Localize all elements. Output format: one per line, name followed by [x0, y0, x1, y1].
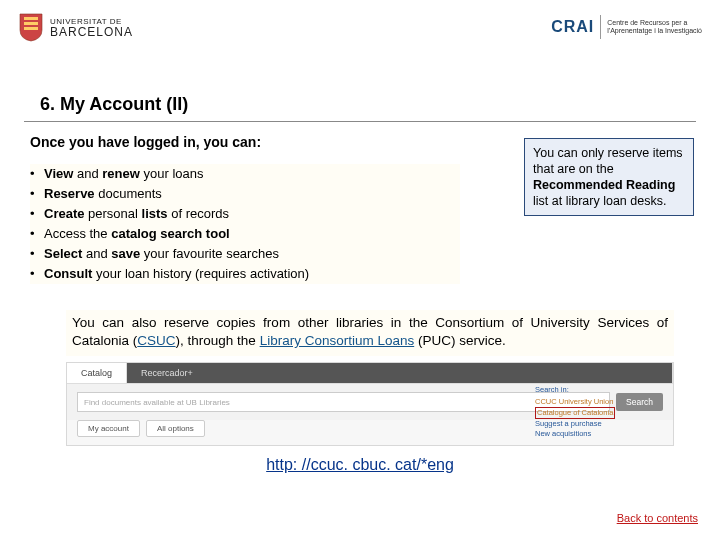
back-to-contents-link[interactable]: Back to contents: [617, 512, 698, 524]
svg-rect-1: [24, 22, 38, 25]
ub-logo-bottom: BARCELONA: [50, 27, 133, 38]
ub-logo: UNIVERSITAT DE BARCELONA: [18, 12, 133, 42]
ub-shield-icon: [18, 12, 44, 42]
separator: [600, 15, 601, 39]
right-item-2[interactable]: Suggest a purchase: [535, 419, 665, 429]
bullet-item: •Create personal lists of records: [30, 204, 452, 224]
title-rule: [24, 121, 696, 122]
note-bold: Recommended Reading: [533, 178, 675, 192]
consortium-paragraph: You can also reserve copies from other l…: [66, 310, 674, 356]
catalog-widget: Catalog Recercador+ Find documents avail…: [66, 362, 674, 446]
slide-title: 6. My Account (II): [40, 94, 720, 115]
tab-recercador[interactable]: Recercador+: [127, 363, 673, 384]
note-text-1: You can only reserve items that are on t…: [533, 146, 683, 176]
bullet-dot-icon: •: [30, 224, 44, 244]
search-in-panel: Search in: CCUC University Union Catalog…: [535, 385, 665, 439]
bullet-dot-icon: •: [30, 164, 44, 184]
bullet-dot-icon: •: [30, 204, 44, 224]
csuc-link[interactable]: CSUC: [137, 333, 175, 348]
crai-desc-2: l'Aprenentatge i la Investigació: [607, 27, 702, 35]
crai-desc-1: Centre de Recursos per a: [607, 19, 702, 27]
search-in-header: Search in:: [535, 385, 665, 395]
bullet-item: •Consult your loan history (requires act…: [30, 264, 452, 284]
crai-logo: CRAI Centre de Recursos per a l'Aprenent…: [551, 15, 702, 39]
bullet-dot-icon: •: [30, 184, 44, 204]
bullet-dot-icon: •: [30, 244, 44, 264]
svg-rect-2: [24, 27, 38, 30]
bullet-text: View and renew your loans: [44, 164, 203, 184]
bullet-dot-icon: •: [30, 264, 44, 284]
bullet-text: Reserve documents: [44, 184, 162, 204]
right-item-0[interactable]: CCUC University Union: [535, 397, 665, 407]
para-t2: ), through the: [176, 333, 260, 348]
search-input[interactable]: Find documents available at UB Libraries: [77, 392, 610, 412]
all-options-button[interactable]: All options: [146, 420, 205, 437]
bullet-text: Select and save your favourite searches: [44, 244, 279, 264]
crai-text: CRAI: [551, 18, 594, 36]
header: UNIVERSITAT DE BARCELONA CRAI Centre de …: [0, 0, 720, 50]
tab-catalog[interactable]: Catalog: [67, 363, 127, 384]
bullet-text: Create personal lists of records: [44, 204, 229, 224]
ccuc-url-row: http: //ccuc. cbuc. cat/*eng: [0, 456, 720, 474]
bullet-text: Access the catalog search tool: [44, 224, 230, 244]
library-consortium-loans-link[interactable]: Library Consortium Loans: [260, 333, 415, 348]
bullet-item: •Reserve documents: [30, 184, 452, 204]
my-account-button[interactable]: My account: [77, 420, 140, 437]
bullet-item: •Select and save your favourite searches: [30, 244, 452, 264]
svg-rect-0: [24, 17, 38, 20]
reserve-note-box: You can only reserve items that are on t…: [524, 138, 694, 216]
bullet-item: •Access the catalog search tool: [30, 224, 452, 244]
note-text-2: list at library loan desks.: [533, 194, 666, 208]
bullet-text: Consult your loan history (requires acti…: [44, 264, 309, 284]
right-item-highlight[interactable]: Catalogue of Catalonia: [535, 407, 615, 419]
right-item-3[interactable]: New acquisitions: [535, 429, 665, 439]
bullet-list: •View and renew your loans•Reserve docum…: [30, 164, 460, 284]
ccuc-url-link[interactable]: http: //ccuc. cbuc. cat/*eng: [266, 456, 454, 473]
para-t3: (PUC) service.: [414, 333, 506, 348]
bullet-item: •View and renew your loans: [30, 164, 452, 184]
